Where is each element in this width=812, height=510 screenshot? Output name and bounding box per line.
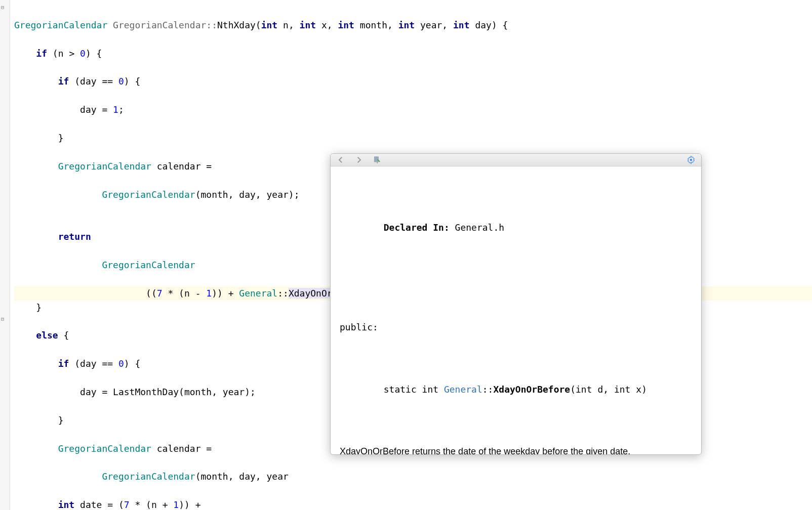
- access-modifier: public:: [340, 320, 692, 335]
- code-line: }: [14, 131, 812, 145]
- code-line: if (n > 0) {: [14, 47, 812, 61]
- declared-in-value: General.h: [450, 222, 504, 233]
- code-line: GregorianCalendar(month, day, year: [14, 470, 812, 484]
- fold-marker-icon[interactable]: ⊟: [1, 316, 4, 322]
- edit-source-button[interactable]: [371, 154, 383, 166]
- forward-button[interactable]: [353, 154, 365, 166]
- declared-in-label: Declared In:: [384, 222, 450, 233]
- signature: static int General::XdayOnOrBefore(int d…: [340, 366, 692, 413]
- settings-button[interactable]: [685, 154, 697, 166]
- popup-content: Declared In: General.h public: static in…: [331, 166, 701, 455]
- quick-documentation-popup: Declared In: General.h public: static in…: [330, 153, 702, 455]
- popup-toolbar: [331, 154, 701, 166]
- code-line: if (day == 0) {: [14, 74, 812, 89]
- code-line: GregorianCalendar GregorianCalendar::Nth…: [14, 18, 812, 32]
- code-line: day = 1;: [14, 103, 812, 117]
- code-editor[interactable]: GregorianCalendar GregorianCalendar::Nth…: [10, 0, 812, 510]
- code-line: int date = (7 * (n + 1)) +: [14, 498, 812, 510]
- svg-point-1: [690, 159, 693, 161]
- fold-marker-icon[interactable]: ⊟: [1, 5, 4, 10]
- back-button[interactable]: [335, 154, 347, 166]
- editor-gutter: ⊟ ⊟: [0, 0, 10, 510]
- description: XdayOnOrBefore returns the date of the w…: [340, 444, 692, 455]
